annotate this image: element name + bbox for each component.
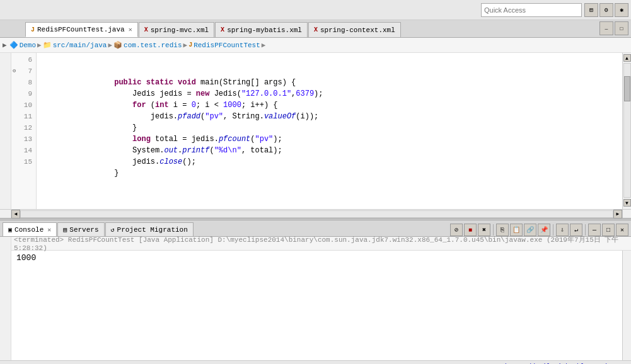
toolbar-sep1	[493, 224, 494, 236]
breadcrumb-pkg[interactable]: com.test.redis	[124, 42, 182, 49]
code-line-6	[42, 54, 622, 65]
console-toolbar-controls: ⊘ ■ ✖ ⎘ 📋 🔗 📌 ⇩ ↵ — □ ✕	[450, 224, 631, 236]
fold-marker-7[interactable]: ⊖	[13, 65, 16, 77]
tab-icon-xml2: X	[221, 26, 224, 33]
editor-left-gutter	[0, 53, 11, 209]
breadcrumb-icon-src: 📁	[43, 41, 52, 49]
hscroll-left-pad	[0, 209, 11, 218]
pin-icon[interactable]: 📌	[538, 224, 550, 236]
toolbar-sep3	[585, 224, 586, 236]
console-maximize-icon[interactable]: □	[602, 224, 615, 236]
hscroll-right-pad	[622, 209, 631, 218]
line-12: 12	[11, 122, 36, 134]
breadcrumb-sep4: ▶	[262, 41, 266, 49]
tab-spring-context[interactable]: X spring-context.xml	[308, 22, 401, 37]
console-minimize-icon[interactable]: —	[588, 224, 601, 236]
line-14: 14	[11, 145, 36, 156]
paste-icon[interactable]: 📋	[510, 224, 523, 236]
line-8: 8	[11, 77, 36, 88]
console-tab-migration[interactable]: ↺ Project Migration	[105, 222, 194, 236]
console-icon: ▣	[8, 226, 12, 234]
tab-right-controls: — □	[599, 20, 628, 37]
line-15: 15	[11, 156, 36, 168]
console-tab-servers[interactable]: ▤ Servers	[57, 222, 104, 236]
editor-hscroll-row: ◀ ▶	[0, 209, 631, 218]
editor-container: 6 ⊖7 8 9 10 11 12 13 14 15 public static…	[0, 53, 631, 209]
scroll-down-arrow[interactable]: ▼	[623, 199, 631, 207]
breadcrumb-sep2: ▶	[108, 41, 112, 49]
breadcrumb-class[interactable]: RedisPFCountTest	[194, 42, 260, 49]
tab-icon-java: J	[31, 26, 35, 33]
console-tab-console[interactable]: ▣ Console ✕	[3, 222, 57, 236]
breadcrumb-icon-pkg: 📦	[113, 41, 122, 49]
console-close[interactable]: ✕	[47, 226, 51, 234]
console-panel: ▣ Console ✕ ▤ Servers ↺ Project Migratio…	[0, 220, 631, 360]
console-output: 1000	[11, 251, 622, 360]
console-output-text: 1000	[16, 253, 617, 263]
clear-console-icon[interactable]: ⊘	[450, 224, 463, 236]
scroll-right-arrow[interactable]: ▶	[613, 210, 622, 219]
stop-icon[interactable]: ■	[464, 224, 477, 236]
breadcrumb-demo[interactable]: Demo	[20, 42, 36, 49]
maximize-editor-icon[interactable]: □	[615, 21, 628, 35]
scroll-lock-icon[interactable]: ⇩	[556, 224, 569, 236]
tab-label-3: spring-context.xml	[320, 26, 395, 34]
line-6: 6	[11, 54, 36, 65]
line-9: 9	[11, 88, 36, 100]
console-left-gutter	[0, 237, 11, 360]
breadcrumb-src[interactable]: src/main/java	[53, 42, 107, 49]
word-wrap-icon[interactable]: ↵	[570, 224, 582, 236]
console-body: <terminated> RedisPFCountTest [Java Appl…	[0, 237, 631, 360]
scroll-thumb[interactable]	[624, 76, 630, 101]
tab-icon-xml1: X	[144, 26, 148, 33]
menu-icon[interactable]: ✱	[615, 3, 628, 17]
tab-redis-pfcount[interactable]: J RedisPFCountTest.java ✕	[25, 22, 138, 37]
toolbar-sep2	[553, 224, 553, 236]
terminated-label: <terminated> RedisPFCountTest [Java Appl…	[14, 235, 628, 252]
console-close-btn[interactable]: ✕	[616, 224, 628, 236]
console-output-row: 1000	[11, 251, 631, 360]
line-11: 11	[11, 111, 36, 122]
migration-tab-label: Project Migration	[117, 226, 188, 234]
breadcrumb-sep3: ▶	[183, 41, 188, 49]
editor-vscrollbar[interactable]: ▲ ▼	[622, 53, 631, 209]
tab-spring-mvc[interactable]: X spring-mvc.xml	[139, 22, 214, 37]
tab-spring-mybatis[interactable]: X spring-mybatis.xml	[215, 22, 308, 37]
line-7: ⊖7	[11, 65, 36, 77]
breadcrumb-icon-class: J	[188, 42, 192, 48]
disconnect-icon[interactable]: ✖	[478, 224, 490, 236]
scroll-left-arrow[interactable]: ◀	[11, 210, 20, 219]
tab-label-2: spring-mybatis.xml	[227, 26, 302, 34]
tab-label-0: RedisPFCountTest.java	[37, 26, 125, 33]
code-editor[interactable]: public static void main(String[] args) {…	[37, 53, 622, 209]
quick-access-input[interactable]	[481, 3, 582, 17]
breadcrumb-sep1: ▶	[37, 41, 42, 49]
line-10: 10	[11, 100, 36, 111]
editor-tab-bar: J RedisPFCountTest.java ✕ X spring-mvc.x…	[0, 20, 631, 38]
editor-hscrollbar[interactable]: ◀ ▶	[11, 209, 622, 218]
minimize-editor-icon[interactable]: —	[599, 21, 613, 35]
link-icon[interactable]: 🔗	[524, 224, 536, 236]
copy-icon[interactable]: ⎘	[496, 224, 509, 236]
top-bar-icons: ⊞ ⚙ ✱	[584, 3, 628, 17]
scroll-track[interactable]	[623, 63, 631, 198]
status-bar: https://smilenicky.blog.csdn.net	[0, 360, 631, 364]
tab-label-1: spring-mvc.xml	[151, 26, 209, 34]
top-bar: ⊞ ⚙ ✱	[0, 0, 631, 20]
servers-icon: ▤	[63, 226, 67, 234]
tab-close-0[interactable]: ✕	[129, 26, 132, 33]
breadcrumb: ▶ 🔷 Demo ▶ 📁 src/main/java ▶ 📦 com.test.…	[0, 38, 631, 53]
scroll-up-arrow[interactable]: ▲	[623, 54, 631, 62]
tab-icon-xml3: X	[314, 26, 318, 33]
line-13: 13	[11, 134, 36, 145]
breadcrumb-icon-demo: 🔷	[9, 41, 18, 49]
grid-icon[interactable]: ⊞	[584, 3, 598, 17]
editor-main: 6 ⊖7 8 9 10 11 12 13 14 15 public static…	[11, 53, 631, 209]
gear-icon[interactable]: ⚙	[599, 3, 613, 17]
console-vscrollbar[interactable]	[622, 251, 631, 360]
hscroll-track[interactable]	[20, 210, 613, 218]
console-status-bar: <terminated> RedisPFCountTest [Java Appl…	[11, 237, 631, 251]
console-tab-label: Console	[14, 226, 43, 234]
tab-nav-left	[0, 20, 25, 37]
code-line-7: public static void main(String[] args) {	[42, 65, 622, 77]
